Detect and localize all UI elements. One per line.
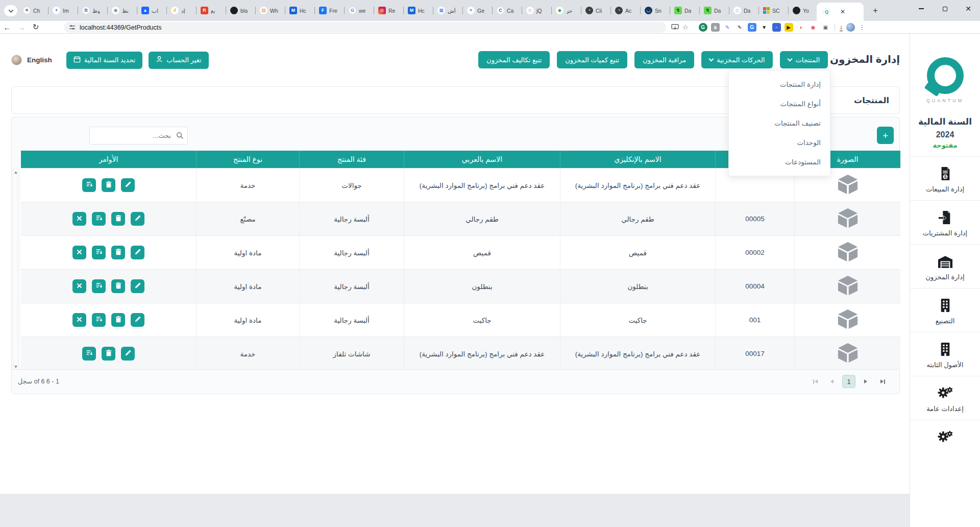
first-page-button[interactable]	[808, 375, 822, 388]
browser-tab[interactable]: CCa	[492, 0, 522, 21]
clipboard-gray-extension-icon[interactable]: ▣	[821, 23, 830, 32]
bat-dark-extension-icon[interactable]: ▼	[760, 23, 769, 32]
minimize-button[interactable]	[910, 0, 933, 17]
browser-tab[interactable]: Bوظ	[78, 0, 107, 21]
browser-tab[interactable]: ◎Re	[374, 0, 403, 21]
browser-tab[interactable]: Rبع	[196, 0, 226, 21]
list-button[interactable]	[82, 178, 96, 192]
browser-tab[interactable]: ◔Cli	[581, 0, 610, 21]
scroll-down-icon[interactable]	[14, 366, 17, 368]
next-page-button[interactable]	[859, 375, 872, 388]
nav-button-4[interactable]: تتبع تكاليف المخزون	[478, 51, 550, 68]
install-app-icon[interactable]	[671, 24, 679, 31]
nav-button-3[interactable]: تتبع كميات المخزون	[557, 51, 627, 68]
sidebar-item-5[interactable]: إعدادات عامة	[910, 376, 980, 420]
browser-tab[interactable]: ▦أش	[433, 0, 462, 21]
browser-tab[interactable]: bla	[226, 0, 255, 21]
grammarly-extension-icon[interactable]: G	[699, 23, 707, 32]
user-avatar[interactable]	[11, 55, 22, 65]
browser-menu-icon[interactable]: ⋮	[859, 23, 865, 31]
pen-black-extension-icon[interactable]: ✎	[736, 23, 744, 32]
browser-tab[interactable]: ✦Ge	[462, 0, 492, 21]
language-toggle[interactable]: English	[27, 56, 52, 64]
browser-tab[interactable]: SC	[758, 0, 788, 21]
address-bar[interactable]: localhost:44369/GetProducts	[64, 22, 666, 33]
list-button[interactable]	[92, 212, 106, 226]
bookmark-star-icon[interactable]: ☆	[682, 23, 689, 31]
browser-tab[interactable]: Gwe	[344, 0, 374, 21]
dropdown-item-0[interactable]: إدارة المنتجات	[729, 75, 830, 94]
floppy-blue-extension-icon[interactable]: ▫	[772, 23, 781, 32]
trash-button[interactable]	[111, 279, 125, 293]
sidebar-item-3[interactable]: التصنيع	[910, 288, 980, 332]
browser-tab[interactable]: ✦Im	[48, 0, 78, 21]
browser-tab[interactable]: ▤Wh	[255, 0, 285, 21]
close-button[interactable]	[72, 246, 86, 259]
feather-purple-extension-icon[interactable]: ✎	[723, 23, 732, 32]
tab-close-icon[interactable]: ✕	[840, 8, 845, 15]
browser-tab[interactable]: ✳Ch	[18, 0, 48, 21]
sidebar-item-0[interactable]: $إدارة المبيعات	[910, 156, 980, 200]
back-button[interactable]: ←	[0, 23, 14, 32]
list-button[interactable]	[92, 279, 106, 293]
translate-extension-icon[interactable]: G	[748, 23, 756, 32]
trash-button[interactable]	[111, 212, 125, 226]
browser-tab[interactable]: ◆حر	[551, 0, 581, 21]
edit-button[interactable]	[121, 178, 135, 192]
nav-button-1[interactable]: الحركات المخزنية	[701, 51, 773, 68]
current-page-button[interactable]: 1	[842, 375, 855, 388]
sidebar-item-6[interactable]	[910, 420, 980, 453]
new-tab-button[interactable]: +	[869, 5, 882, 17]
dropdown-item-2[interactable]: تصنيف المنتجات	[729, 113, 830, 133]
tab-search-button[interactable]	[4, 5, 17, 16]
dropdown-item-3[interactable]: الوحدات	[729, 133, 830, 152]
maximize-button[interactable]	[933, 0, 957, 17]
grid-scrollbar[interactable]	[13, 168, 18, 371]
dropdown-item-1[interactable]: أنواع المنتجات	[729, 94, 830, 113]
browser-tab[interactable]: ◇jQ	[522, 0, 551, 21]
browser-tab[interactable]: ▲اب	[137, 0, 166, 21]
edit-button[interactable]	[121, 347, 135, 361]
close-button[interactable]	[72, 279, 86, 293]
browser-profile-avatar[interactable]	[846, 23, 855, 32]
close-button[interactable]	[72, 212, 86, 226]
edit-button[interactable]	[131, 246, 144, 259]
browser-tab-active[interactable]: Q✕	[817, 3, 864, 21]
reload-button[interactable]: ↻	[29, 22, 43, 32]
close-window-button[interactable]: ✕	[957, 0, 980, 17]
add-product-button[interactable]: +	[877, 127, 894, 144]
last-page-button[interactable]	[876, 375, 889, 388]
forward-button[interactable]: →	[14, 23, 29, 32]
browser-tab[interactable]: FFre	[314, 0, 344, 21]
trash-button[interactable]	[102, 178, 115, 192]
browser-tab[interactable]: ↯Da	[699, 0, 729, 21]
edit-button[interactable]	[131, 279, 144, 293]
browser-tab[interactable]: ◡Sn	[640, 0, 670, 21]
downloads-icon[interactable]: ↓	[840, 23, 843, 31]
sidebar-item-1[interactable]: إدارة المشتريات	[910, 200, 980, 244]
vpn-red-extension-icon[interactable]: ◗	[797, 23, 805, 32]
nav-button-2[interactable]: مراقبة المخزون	[634, 51, 694, 68]
browser-tab[interactable]: MHc	[285, 0, 314, 21]
browser-tab[interactable]: ılإد	[166, 0, 196, 21]
trash-button[interactable]	[111, 313, 125, 327]
list-button[interactable]	[82, 347, 96, 361]
close-button[interactable]	[72, 313, 86, 327]
play-yellow-extension-icon[interactable]: ▶	[785, 23, 793, 32]
scroll-up-icon[interactable]	[14, 171, 17, 174]
browser-tab[interactable]: ↯Da	[670, 0, 699, 21]
dropdown-item-4[interactable]: المستودعات	[729, 152, 830, 172]
browser-tab[interactable]: Yo	[788, 0, 818, 21]
letter-a-gray-extension-icon[interactable]: a	[711, 23, 720, 32]
browser-tab[interactable]: ◇Da	[729, 0, 758, 21]
browser-tab[interactable]: ◔Ac	[610, 0, 640, 21]
trash-button[interactable]	[102, 347, 115, 361]
edit-button[interactable]	[131, 212, 144, 226]
account-button-0[interactable]: تحديد السنة المالية	[66, 52, 142, 69]
account-button-1[interactable]: تغير الحساب	[149, 52, 208, 69]
camera-multi-extension-icon[interactable]: ◉	[809, 23, 818, 32]
edit-button[interactable]	[131, 313, 144, 327]
browser-tab[interactable]: MHc	[403, 0, 433, 21]
sidebar-item-2[interactable]: إدارة المخزون	[910, 244, 980, 288]
list-button[interactable]	[92, 313, 106, 327]
